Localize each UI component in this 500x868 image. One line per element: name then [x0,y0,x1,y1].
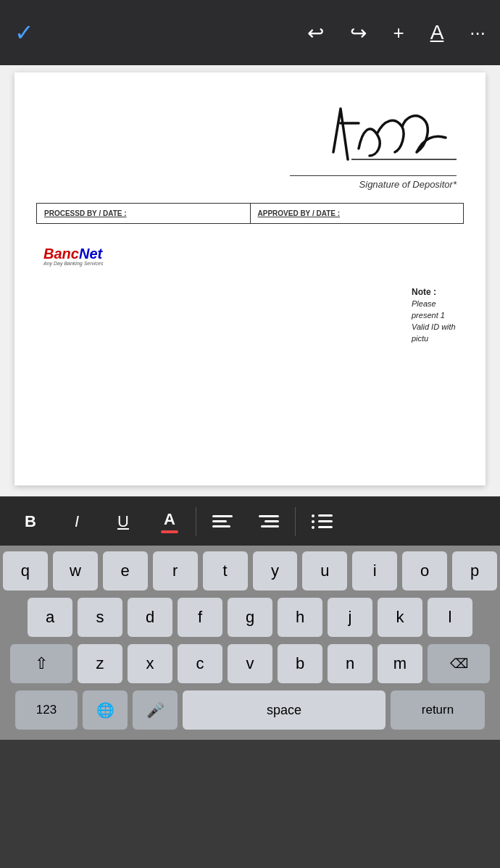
font-color-bar [161,530,178,533]
keyboard-row-3: ⇧ z x c v b n m ⌫ [3,644,497,683]
globe-key[interactable]: 🌐 [83,690,128,730]
format-divider-1 [196,507,196,536]
key-s[interactable]: s [78,598,122,637]
redo-button[interactable]: ↪ [350,21,367,45]
key-u[interactable]: u [302,551,347,591]
keyboard-row-4: 123 🌐 🎤 space return [3,690,497,730]
key-a[interactable]: a [28,598,72,637]
key-v[interactable]: v [228,644,272,683]
key-k[interactable]: k [378,598,422,637]
align-left-icon [212,515,233,527]
format-toolbar: B I U A [0,496,500,546]
info-table: PROCESSD BY / DATE : APPROVED BY / DATE … [36,203,464,224]
font-button[interactable]: A [430,21,444,44]
backspace-key[interactable]: ⌫ [428,644,490,683]
more-button[interactable]: ··· [470,22,486,44]
underline-button[interactable]: U [100,504,146,540]
note-title: Note : [412,286,464,299]
note-section: Note : Please present 1 Valid ID with pi… [412,286,464,345]
format-group-text: B I U A [7,504,193,540]
align-left-button[interactable] [199,504,246,540]
key-l[interactable]: l [428,598,472,637]
key-x[interactable]: x [128,644,172,683]
align-right-button[interactable] [246,504,292,540]
key-c[interactable]: c [178,644,222,683]
bancnet-text: BancNet [43,246,116,262]
italic-button[interactable]: I [54,504,100,540]
undo-button[interactable]: ↩ [307,21,324,45]
keyboard: q w e r t y u i o p a s d f g h j k l ⇧ … [0,546,500,740]
bancnet-logo: BancNet Any Day Banking Services [43,246,116,272]
mic-key[interactable]: 🎤 [133,690,178,730]
processed-cell: PROCESSD BY / DATE : [37,204,251,224]
key-w[interactable]: w [53,551,98,591]
key-y[interactable]: y [253,551,298,591]
key-f[interactable]: f [178,598,222,637]
add-button[interactable]: + [393,22,404,44]
key-t[interactable]: t [203,551,248,591]
list-icon [312,514,333,529]
toolbar-icons: ↩ ↪ + A ··· [307,21,486,45]
top-toolbar: ✓ ↩ ↪ + A ··· [0,0,500,65]
key-q[interactable]: q [3,551,48,591]
note-body: Please present 1 Valid ID with pictu [412,299,464,345]
signature-line [290,175,457,176]
keyboard-row-1: q w e r t y u i o p [3,551,497,591]
key-e[interactable]: e [103,551,148,591]
bancnet-subtitle: Any Day Banking Services [43,261,116,266]
key-r[interactable]: r [153,551,198,591]
check-button[interactable]: ✓ [14,21,34,44]
bold-button[interactable]: B [7,504,54,540]
shift-key[interactable]: ⇧ [10,644,72,683]
key-i[interactable]: i [352,551,397,591]
font-color-button[interactable]: A [146,504,193,540]
key-z[interactable]: z [78,644,122,683]
signature-image [290,87,457,174]
signature-label: Signature of Depositor* [359,179,457,190]
num-key[interactable]: 123 [15,690,78,730]
key-g[interactable]: g [228,598,272,637]
key-o[interactable]: o [402,551,447,591]
keyboard-row-2: a s d f g h j k l [3,598,497,637]
align-right-icon [259,515,279,527]
list-button[interactable] [299,504,345,540]
document-area: Signature of Depositor* PROCESSD BY / DA… [0,65,500,496]
key-p[interactable]: p [452,551,497,591]
approved-cell: APPROVED BY / DATE : [250,204,464,224]
space-key[interactable]: space [183,690,386,730]
return-key[interactable]: return [391,690,485,730]
key-n[interactable]: n [328,644,372,683]
signature-area: Signature of Depositor* [36,87,464,197]
document-page: Signature of Depositor* PROCESSD BY / DA… [14,72,486,485]
format-divider-2 [295,507,296,536]
key-b[interactable]: b [278,644,322,683]
key-h[interactable]: h [278,598,322,637]
key-d[interactable]: d [128,598,172,637]
key-m[interactable]: m [378,644,422,683]
key-j[interactable]: j [328,598,372,637]
